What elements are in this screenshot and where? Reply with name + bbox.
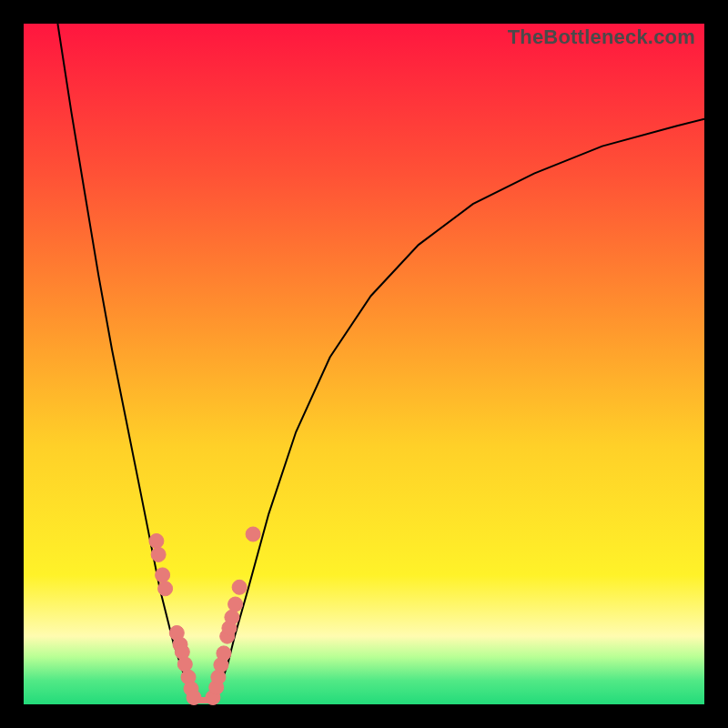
right-branch-curve: [216, 119, 704, 702]
data-point: [217, 646, 231, 661]
data-point: [151, 547, 166, 561]
data-point: [187, 691, 201, 705]
data-point: [228, 597, 243, 612]
data-point: [158, 581, 173, 596]
data-point: [149, 534, 164, 549]
chart-frame: TheBottleneck.com: [0, 0, 728, 728]
data-point: [246, 527, 260, 541]
chart-svg: [24, 24, 704, 704]
left-branch-curve: [57, 24, 192, 701]
plot-area: TheBottleneck.com: [24, 24, 704, 704]
data-point: [232, 580, 247, 594]
data-point: [156, 568, 170, 582]
data-point: [225, 610, 239, 624]
data-point: [177, 657, 192, 672]
